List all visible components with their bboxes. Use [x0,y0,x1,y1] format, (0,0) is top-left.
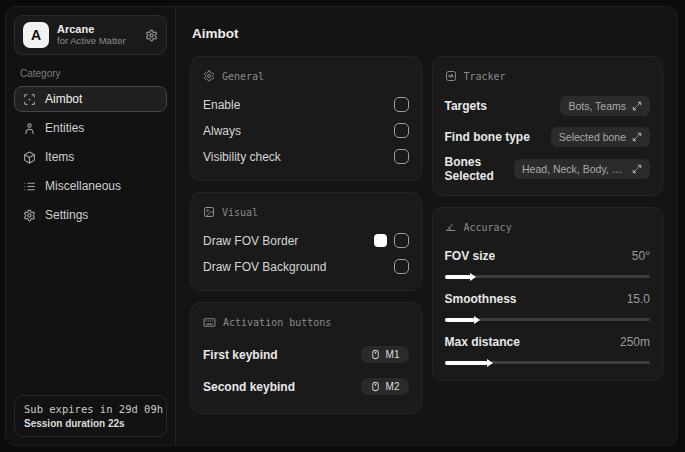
setting-label: Enable [203,98,240,112]
dropdown-value: Bots, Teams [568,100,626,112]
expand-icon [632,101,642,111]
panel-title: Visual [222,207,258,218]
scan-crosshair-icon [23,93,36,106]
sidebar-item-settings[interactable]: Settings [14,202,167,228]
panel-title: Tracker [464,71,506,82]
setting-label: Draw FOV Border [203,234,298,248]
sidebar-item-label: Items [45,150,74,164]
slider-group-max-distance: Max distance 250m [445,330,651,364]
slider-label: Max distance [445,335,520,349]
sidebar-item-entities[interactable]: Entities [14,115,167,141]
slider-fill [445,275,472,279]
slider-label: Smoothness [445,292,517,306]
bones-selected-dropdown[interactable]: Head, Neck, Body, Pe… [514,159,650,179]
sub-expires-text: Sub expires in 29d 09h [24,403,157,415]
sidebar-item-label: Settings [45,208,88,222]
panel-title: Accuracy [464,222,512,233]
person-icon [23,122,36,135]
brand-card: A Arcane for Active Matter [14,15,167,55]
mouse-icon [370,349,381,360]
tracker-label: Bones Selected [445,155,515,183]
slider-value: 250m [620,335,650,349]
second-keybind-button[interactable]: M2 [361,378,409,395]
max-distance-slider[interactable] [445,361,651,364]
keybind-value: M1 [386,349,400,360]
keybind-value: M2 [386,381,400,392]
right-column: Tracker Targets Bots, Teams Find bone ty… [432,56,664,381]
visibility-check-checkbox[interactable] [394,149,409,164]
panel-title: General [222,71,264,82]
panel-visual: Visual Draw FOV Border Draw FOV Backgrou… [190,192,422,291]
slider-value: 15.0 [627,292,650,306]
cheat-menu-window: A Arcane for Active Matter Category Aimb… [5,6,678,446]
panel-title: Activation buttons [223,317,331,328]
tracker-label: Find bone type [445,130,530,144]
always-checkbox[interactable] [394,123,409,138]
gear-icon [23,209,36,222]
dropdown-value: Selected bone [559,131,626,143]
fov-border-color-swatch[interactable] [374,234,387,247]
slider-fill [445,361,488,365]
angle-icon [445,221,457,233]
slider-value: 50° [632,249,650,263]
settings-icon [203,70,215,82]
brand-logo: A [23,22,49,48]
brand-subtitle: for Active Matter [57,36,145,47]
panel-general: General Enable Always Visibility check [190,56,422,181]
sidebar-item-aimbot[interactable]: Aimbot [14,86,167,112]
tracker-row-targets: Targets Bots, Teams [445,93,651,118]
category-nav: Aimbot Entities Items Miscellaneous [14,86,167,228]
setting-row-fov-background: Draw FOV Background [203,255,409,278]
enable-checkbox[interactable] [394,97,409,112]
setting-label: Always [203,124,241,138]
cube-icon [23,151,36,164]
expand-icon [632,132,642,142]
keyboard-icon [203,316,216,329]
first-keybind-button[interactable]: M1 [361,346,409,363]
tracker-row-find-bone-type: Find bone type Selected bone [445,124,651,149]
slider-group-fov-size: FOV size 50° [445,244,651,278]
sidebar-item-miscellaneous[interactable]: Miscellaneous [14,173,167,199]
setting-label: Visibility check [203,150,281,164]
keybind-row-second: Second keybind M2 [203,372,409,401]
panel-accuracy: Accuracy FOV size 50° Smoothness [432,207,664,381]
panel-activation-buttons: Activation buttons First keybind M1 Seco… [190,302,422,414]
image-icon [203,206,215,218]
fov-size-slider[interactable] [445,275,651,278]
setting-row-always: Always [203,119,409,142]
keybind-label: Second keybind [203,380,295,394]
list-icon [23,180,36,193]
slider-group-smoothness: Smoothness 15.0 [445,287,651,321]
keybind-row-first: First keybind M1 [203,340,409,369]
main-content: Aimbot General Enable Alw [176,7,677,445]
setting-row-visibility-check: Visibility check [203,145,409,168]
session-duration-text: Session duration 22s [24,418,157,429]
smoothness-slider[interactable] [445,318,651,321]
sidebar-item-items[interactable]: Items [14,144,167,170]
category-label: Category [20,68,161,79]
tracker-row-bones-selected: Bones Selected Head, Neck, Body, Pe… [445,155,651,183]
fov-border-checkbox[interactable] [394,233,409,248]
setting-row-fov-border: Draw FOV Border [203,229,409,252]
slider-label: FOV size [445,249,496,263]
activity-icon [445,70,457,82]
brand-name: Arcane [57,23,145,36]
fov-background-checkbox[interactable] [394,259,409,274]
keybind-label: First keybind [203,348,278,362]
targets-dropdown[interactable]: Bots, Teams [560,96,650,116]
sidebar-item-label: Aimbot [45,92,82,106]
setting-label: Draw FOV Background [203,260,326,274]
slider-fill [445,318,476,322]
dropdown-value: Head, Neck, Body, Pe… [522,163,626,175]
left-column: General Enable Always Visibility check [190,56,422,414]
page-title: Aimbot [192,26,663,41]
sidebar-item-label: Miscellaneous [45,179,121,193]
find-bone-type-dropdown[interactable]: Selected bone [551,127,650,147]
panel-tracker: Tracker Targets Bots, Teams Find bone ty… [432,56,664,196]
sidebar-item-label: Entities [45,121,84,135]
expand-icon [632,164,642,174]
sidebar: A Arcane for Active Matter Category Aimb… [6,7,176,445]
subscription-info-box: Sub expires in 29d 09h Session duration … [14,395,167,437]
setting-row-enable: Enable [203,93,409,116]
gear-icon[interactable] [145,29,158,42]
